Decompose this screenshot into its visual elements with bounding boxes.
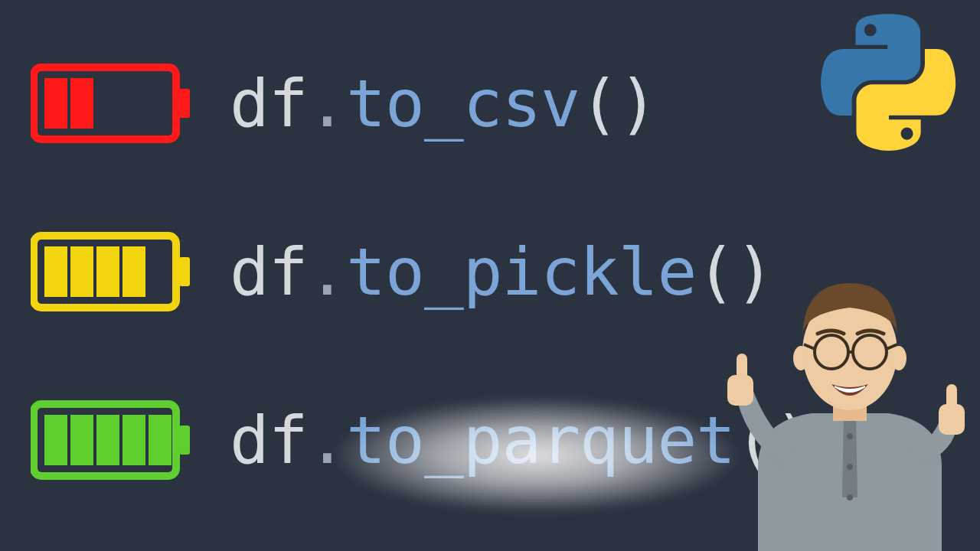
svg-rect-16 <box>149 415 172 465</box>
code-object: df <box>230 402 308 478</box>
svg-rect-1 <box>179 89 190 118</box>
svg-rect-30 <box>737 354 747 380</box>
code-object: df <box>230 65 308 142</box>
svg-rect-13 <box>70 415 93 465</box>
row-csv: df.to_csv() <box>31 61 949 145</box>
battery-mid-icon <box>31 230 191 314</box>
code-snippet-pickle: df.to_pickle() <box>230 239 774 305</box>
svg-rect-32 <box>946 384 957 409</box>
svg-rect-11 <box>179 425 190 455</box>
battery-low-icon <box>31 61 191 145</box>
svg-rect-5 <box>179 257 190 286</box>
code-object: df <box>230 233 308 310</box>
code-function: to_parquet <box>346 402 735 478</box>
code-parens: () <box>580 65 658 142</box>
svg-rect-9 <box>122 246 145 297</box>
svg-rect-2 <box>44 78 67 129</box>
svg-rect-12 <box>44 415 67 465</box>
svg-point-17 <box>847 433 853 439</box>
svg-point-22 <box>793 346 808 370</box>
code-dot: . <box>308 65 347 142</box>
code-function: to_csv <box>346 65 580 142</box>
svg-rect-7 <box>70 246 93 297</box>
svg-rect-14 <box>96 415 119 465</box>
svg-rect-15 <box>122 415 145 465</box>
code-dot: . <box>308 402 347 478</box>
code-dot: . <box>308 233 347 310</box>
code-snippet-csv: df.to_csv() <box>230 70 658 136</box>
svg-rect-29 <box>727 375 753 406</box>
svg-rect-3 <box>70 78 93 129</box>
presenter-person-icon <box>712 237 980 551</box>
battery-full-icon <box>31 398 191 482</box>
svg-point-23 <box>891 346 906 370</box>
code-function: to_pickle <box>346 233 696 310</box>
svg-rect-6 <box>44 246 67 297</box>
svg-rect-8 <box>96 246 119 297</box>
svg-point-18 <box>847 464 853 470</box>
svg-point-19 <box>847 494 853 500</box>
